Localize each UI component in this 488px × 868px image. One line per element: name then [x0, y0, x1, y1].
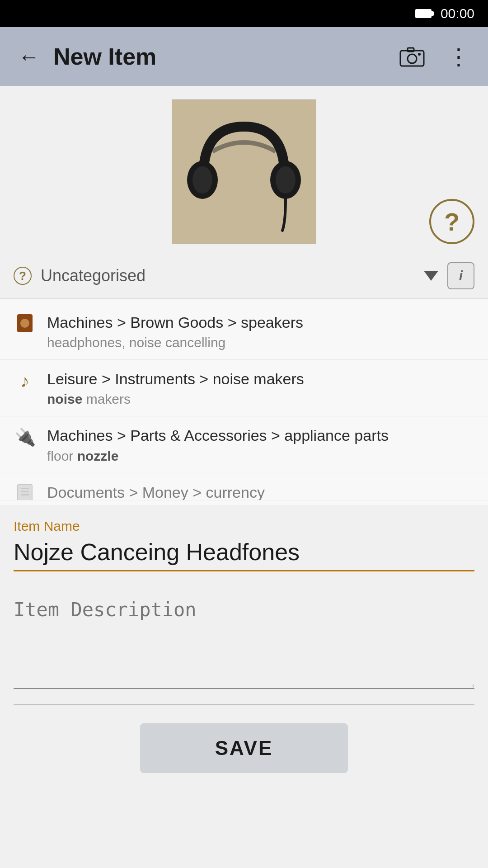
- svg-point-3: [418, 53, 421, 56]
- category-label: Uncategorised: [41, 266, 424, 285]
- item-name-section: Item Name: [0, 505, 488, 571]
- music-category-icon: ♪: [14, 371, 36, 391]
- category-tags-instruments: noise makers: [47, 392, 474, 407]
- camera-icon: [399, 45, 425, 67]
- category-tags-parts: floor nozzle: [47, 448, 474, 464]
- status-time: 00:00: [441, 6, 474, 21]
- item-description-input[interactable]: [14, 599, 474, 689]
- item-name-label: Item Name: [14, 519, 474, 534]
- camera-button[interactable]: [399, 45, 425, 68]
- item-name-input[interactable]: [14, 538, 474, 571]
- category-path-speakers: Machines > Brown Goods > speakers: [47, 312, 474, 332]
- category-tags-speakers: headphones, noise cancelling: [47, 335, 474, 350]
- doc-category-icon: [14, 484, 36, 500]
- category-item-speakers[interactable]: Machines > Brown Goods > speakers headph…: [0, 303, 488, 360]
- battery-icon: [415, 9, 432, 18]
- headphones-image: [176, 104, 312, 240]
- app-bar: ← New Item ⋮: [0, 27, 488, 86]
- help-circle-button[interactable]: ?: [429, 199, 474, 244]
- category-path-instruments: Leisure > Instruments > noise makers: [47, 369, 474, 389]
- save-button[interactable]: SAVE: [140, 723, 348, 773]
- svg-rect-2: [408, 48, 414, 52]
- category-item-currency[interactable]: Documents > Money > currency: [0, 473, 488, 500]
- category-path-currency: Documents > Money > currency: [47, 482, 474, 500]
- dropdown-arrow-icon[interactable]: [424, 271, 438, 281]
- speaker-category-icon: [14, 314, 36, 332]
- categories-list: Machines > Brown Goods > speakers headph…: [0, 299, 488, 505]
- item-description-section: [0, 571, 488, 705]
- more-menu-button[interactable]: ⋮: [443, 43, 474, 70]
- page-title: New Item: [53, 43, 390, 70]
- plug-category-icon: 🔌: [14, 427, 36, 447]
- info-button[interactable]: i: [447, 262, 474, 289]
- category-selector-row[interactable]: ? Uncategorised i: [0, 253, 488, 299]
- back-button[interactable]: ←: [14, 40, 44, 74]
- svg-point-1: [408, 54, 417, 63]
- category-item-instruments[interactable]: ♪ Leisure > Instruments > noise makers n…: [0, 360, 488, 416]
- image-section: ?: [0, 86, 488, 253]
- svg-point-8: [276, 166, 296, 193]
- status-bar: 00:00: [0, 0, 488, 27]
- content-area: ? ? Uncategorised i Machines > Brown Goo…: [0, 86, 488, 809]
- product-image[interactable]: [172, 99, 316, 244]
- save-section: SAVE: [0, 705, 488, 800]
- category-help-button[interactable]: ?: [14, 267, 32, 285]
- category-path-parts: Machines > Parts & Accessories > applian…: [47, 425, 474, 445]
- svg-point-6: [192, 166, 212, 193]
- category-item-parts[interactable]: 🔌 Machines > Parts & Accessories > appli…: [0, 416, 488, 473]
